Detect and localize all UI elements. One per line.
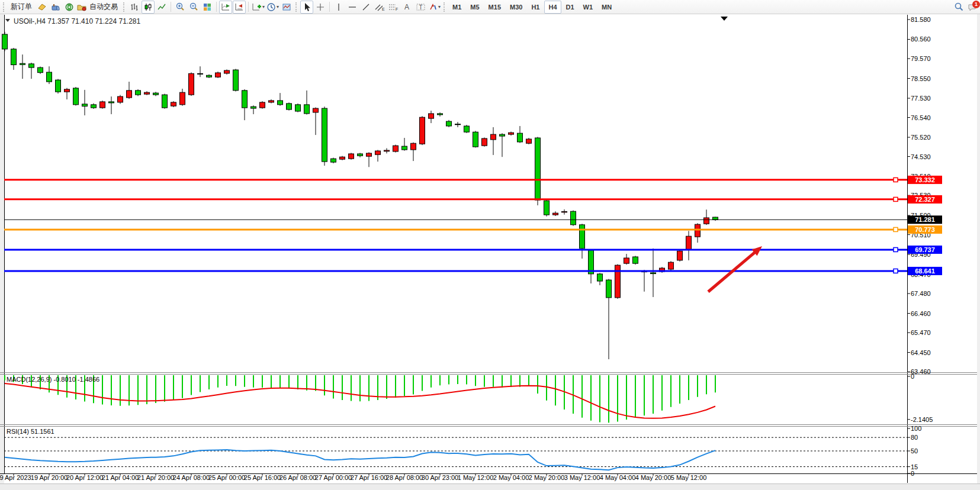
search-icon[interactable] bbox=[952, 1, 965, 14]
text-tool[interactable]: A bbox=[400, 1, 413, 14]
toolbar-grip[interactable] bbox=[123, 2, 126, 12]
support-line-1-handle[interactable] bbox=[894, 247, 898, 252]
horizontal-line-tool[interactable] bbox=[346, 1, 359, 14]
orange-level-line-price-label: 70.773 bbox=[915, 226, 935, 233]
support-line-1-price-label: 69.737 bbox=[915, 246, 935, 253]
candle bbox=[420, 116, 425, 145]
timeframe-MN[interactable]: MN bbox=[597, 1, 616, 14]
candle bbox=[216, 72, 221, 78]
timeframe-H1[interactable]: H1 bbox=[527, 1, 544, 14]
toolbar-grip[interactable] bbox=[3, 2, 5, 12]
candle bbox=[464, 125, 470, 133]
time-tick-label: 2 May 04:00 bbox=[493, 474, 529, 481]
candle bbox=[535, 137, 541, 205]
window-bottom-strip bbox=[0, 483, 980, 490]
candle bbox=[571, 210, 576, 225]
toolbar-grip[interactable] bbox=[444, 2, 446, 12]
rsi-axis-label: 50 bbox=[911, 447, 918, 454]
timeframe-M30[interactable]: M30 bbox=[506, 1, 526, 14]
text-label-tool[interactable]: T bbox=[414, 1, 427, 14]
zoom-in-button[interactable] bbox=[173, 1, 187, 14]
orange-level-line-handle[interactable] bbox=[894, 227, 898, 231]
time-tick-label: 1 May 12:00 bbox=[458, 474, 494, 481]
timeframe-W1[interactable]: W1 bbox=[579, 1, 597, 14]
window-right-edge bbox=[977, 14, 980, 484]
bar-chart-button[interactable] bbox=[128, 1, 141, 14]
candle bbox=[633, 256, 638, 265]
periods-button[interactable]: ▾ bbox=[266, 1, 279, 14]
price-tick-label: 80.560 bbox=[911, 36, 931, 43]
equidistant-channel-tool[interactable]: E bbox=[373, 1, 386, 14]
time-tick-label: 30 Apr 23:00 bbox=[422, 474, 458, 481]
resistance-line-2-handle[interactable] bbox=[894, 197, 898, 201]
chevron-down-icon: ▾ bbox=[262, 4, 265, 9]
time-tick-label: 26 Apr 08:00 bbox=[279, 474, 316, 481]
candle bbox=[393, 144, 399, 152]
price-tick-label: 67.480 bbox=[911, 290, 931, 297]
price-tick-label: 66.460 bbox=[911, 310, 931, 317]
svg-text:A: A bbox=[404, 3, 409, 11]
time-tick-label: 27 Apr 16:00 bbox=[351, 474, 387, 481]
trading-terminal-window: 81.58080.56079.57078.55077.53076.54075.5… bbox=[0, 0, 980, 490]
time-tick-label: 28 Apr 08:00 bbox=[386, 474, 423, 481]
notifications-button[interactable]: 1 bbox=[966, 1, 979, 13]
candle bbox=[322, 107, 327, 166]
trendline-tool[interactable] bbox=[359, 1, 372, 14]
candlestick-chart-button[interactable] bbox=[142, 1, 155, 14]
auto-scroll-button[interactable] bbox=[219, 1, 232, 14]
timeframe-M1[interactable]: M1 bbox=[448, 1, 465, 14]
candle bbox=[287, 102, 292, 110]
candle bbox=[118, 95, 123, 104]
tile-windows-button[interactable] bbox=[201, 1, 214, 14]
templates-button[interactable] bbox=[280, 1, 293, 14]
timeframe-D1[interactable]: D1 bbox=[562, 1, 579, 14]
arrows-tool[interactable]: ▾ bbox=[428, 1, 441, 14]
support-line-2-handle[interactable] bbox=[894, 269, 898, 273]
fibonacci-tool[interactable]: F bbox=[387, 1, 400, 14]
toolbar-separator bbox=[171, 2, 171, 12]
current-price-line-price-label: 71.281 bbox=[915, 216, 935, 223]
notification-badge: 1 bbox=[972, 1, 980, 8]
signals-icon[interactable] bbox=[63, 1, 76, 14]
candle bbox=[260, 101, 265, 109]
mailbox-icon[interactable] bbox=[49, 1, 62, 14]
auto-trading-button[interactable]: 自动交易 bbox=[76, 1, 121, 14]
candle bbox=[526, 138, 532, 144]
chart-title: USOil-,H4 71.357 71.410 71.224 71.281 bbox=[14, 17, 140, 25]
history-center-icon[interactable] bbox=[36, 1, 49, 14]
price-tick-label: 74.530 bbox=[911, 153, 931, 160]
candle bbox=[615, 264, 621, 298]
resistance-line-2-price-label: 72.327 bbox=[915, 196, 935, 203]
time-tick-label: 21 Apr 20:00 bbox=[137, 474, 174, 481]
crosshair-tool-button[interactable] bbox=[314, 1, 327, 14]
toolbar-grip[interactable] bbox=[295, 2, 298, 12]
time-tick-label: 3 May 12:00 bbox=[564, 474, 600, 481]
chevron-down-icon: ▾ bbox=[277, 4, 279, 9]
candle bbox=[295, 104, 301, 112]
timeframe-H4[interactable]: H4 bbox=[544, 1, 561, 14]
timeframe-group: M1M5M15M30H1H4D1W1MN bbox=[448, 1, 616, 14]
candle bbox=[660, 267, 665, 273]
resistance-line-1-price-label: 73.332 bbox=[915, 176, 935, 183]
price-tick-label: 65.470 bbox=[911, 329, 931, 336]
time-tick-label: 5 May 12:00 bbox=[671, 474, 707, 481]
new-order-button[interactable]: 新订单 bbox=[8, 1, 35, 14]
candle bbox=[677, 250, 683, 262]
window-left-edge bbox=[0, 14, 4, 484]
zoom-out-button[interactable] bbox=[187, 1, 200, 14]
chart-shift-button[interactable] bbox=[233, 1, 246, 14]
timeframe-M5[interactable]: M5 bbox=[466, 1, 483, 14]
timeframe-M15[interactable]: M15 bbox=[484, 1, 505, 14]
time-tick-label: 24 Apr 08:00 bbox=[173, 474, 210, 481]
line-chart-button[interactable] bbox=[155, 1, 168, 14]
vertical-line-tool[interactable] bbox=[332, 1, 345, 14]
rsi-axis-label: 15 bbox=[911, 463, 918, 470]
price-tick-label: 76.540 bbox=[911, 114, 931, 121]
add-indicator-button[interactable]: ▾ bbox=[251, 1, 265, 14]
time-tick-label: 25 Apr 00:00 bbox=[208, 474, 245, 481]
candle bbox=[56, 79, 61, 94]
resistance-line-1-handle[interactable] bbox=[894, 178, 898, 182]
rsi-axis-label: 80 bbox=[911, 434, 918, 441]
macd-label: MACD(12,26,9) -0.8010 -1.4866 bbox=[7, 376, 99, 383]
cursor-tool-button[interactable] bbox=[300, 1, 313, 14]
